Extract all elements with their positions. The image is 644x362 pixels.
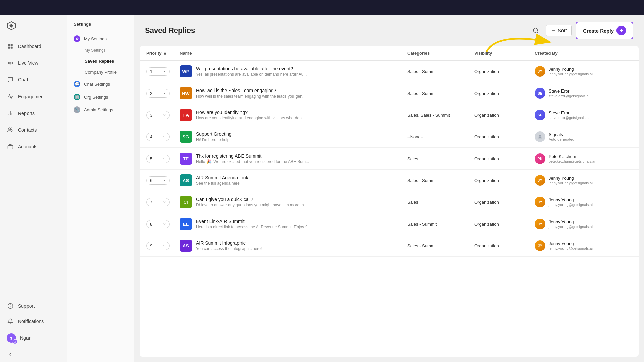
reply-icon: WP xyxy=(180,65,192,77)
priority-selector-7[interactable]: 7 xyxy=(146,198,170,206)
created-by-cell: JY Jenny Young jenny.young@getsignals.ai xyxy=(535,66,619,77)
more-options-button[interactable] xyxy=(619,240,629,251)
chat-icon xyxy=(7,76,14,83)
accounts-icon xyxy=(7,143,14,150)
priority-cell: 5 xyxy=(146,155,180,163)
category-cell: Sales xyxy=(407,200,474,205)
created-by-cell: PK Pete Ketchum pete.ketchum@getsignals.… xyxy=(535,153,619,164)
create-reply-button[interactable]: Create Reply + xyxy=(576,22,633,39)
sidebar-bottom: Support Notifications g. 3 Ngan xyxy=(0,298,67,362)
creator-avatar: JY xyxy=(535,219,545,229)
name-cell: HA How are you Identifying? How are you … xyxy=(180,109,407,121)
reply-text: How are you Identifying? How are you ide… xyxy=(196,110,307,120)
sidebar-item-reports[interactable]: Reports xyxy=(0,105,67,122)
visibility-cell: Organization xyxy=(474,134,535,139)
category-cell: Sales - Summit xyxy=(407,222,474,227)
sidebar-item-contacts[interactable]: Contacts xyxy=(0,122,67,138)
secondary-sidebar-item-my-settings[interactable]: My Settings xyxy=(67,45,134,56)
secondary-sidebar-item-saved-replies[interactable]: Saved Replies xyxy=(67,56,134,67)
svg-point-42 xyxy=(624,224,624,224)
more-options-button[interactable] xyxy=(619,175,629,186)
reply-preview: How are you identifying and engaging wit… xyxy=(196,116,307,120)
more-options-button[interactable] xyxy=(619,110,629,120)
priority-cell: 1 xyxy=(146,67,180,76)
creator-avatar: SE xyxy=(535,88,545,99)
reply-preview: I'd love to answer any questions you mig… xyxy=(196,203,307,207)
reply-text: Will presentations be available after th… xyxy=(196,66,307,77)
creator-name: Steve Eror xyxy=(549,110,589,115)
more-options-button[interactable] xyxy=(619,131,629,142)
reply-icon: EL xyxy=(180,218,192,230)
priority-cell: 8 xyxy=(146,220,180,228)
priority-selector-1[interactable]: 1 xyxy=(146,67,170,76)
creator-email: jenny.young@getsignals.ai xyxy=(549,181,593,185)
search-button[interactable] xyxy=(530,24,542,37)
priority-selector-2[interactable]: 2 xyxy=(146,89,170,98)
reply-preview: Hi! I'm here to help. xyxy=(196,137,232,142)
priority-value: 4 xyxy=(150,134,152,139)
priority-selector-3[interactable]: 3 xyxy=(146,111,170,119)
more-options-button[interactable] xyxy=(619,66,629,77)
sidebar-item-user[interactable]: g. 3 Ngan xyxy=(0,329,67,347)
secondary-sidebar-item-label: Org Settings xyxy=(84,95,108,100)
top-bar xyxy=(0,0,644,15)
reply-name: Will presentations be available after th… xyxy=(196,66,307,71)
sidebar-item-support[interactable]: Support xyxy=(0,298,67,314)
creator-info: Jenny Young jenny.young@getsignals.ai xyxy=(549,241,593,250)
reply-icon: SG xyxy=(180,131,192,143)
header-actions: Sort Create Reply + xyxy=(530,22,633,39)
my-settings-icon: ⚙ xyxy=(74,35,80,42)
svg-point-40 xyxy=(624,203,624,204)
secondary-sidebar-item-label: Company Profile xyxy=(85,70,117,75)
sidebar-item-accounts[interactable]: Accounts xyxy=(0,138,67,155)
priority-value: 3 xyxy=(150,113,152,118)
more-options-button[interactable] xyxy=(619,88,629,99)
svg-point-44 xyxy=(624,244,624,244)
reply-name: How are you Identifying? xyxy=(196,110,307,115)
sidebar-item-notifications[interactable]: Notifications xyxy=(0,314,67,329)
secondary-sidebar: Settings ⚙ My Settings My Settings Saved… xyxy=(67,15,134,362)
sidebar-item-live-view[interactable]: Live View xyxy=(0,55,67,71)
creator-email: steve.eror@getsignals.ai xyxy=(549,94,589,98)
more-options-button[interactable] xyxy=(619,219,629,229)
name-cell: EL Event Link-AIR Summit Here is a direc… xyxy=(180,218,407,230)
reply-preview: How well is the sales team engaging with… xyxy=(196,94,306,99)
priority-selector-6[interactable]: 6 xyxy=(146,176,170,185)
secondary-sidebar-item-chat-settings[interactable]: 💬 Chat Settings xyxy=(67,78,134,90)
main-content: Saved Replies xyxy=(134,15,644,362)
sidebar-item-label: Contacts xyxy=(18,127,37,133)
secondary-sidebar-item-my-settings-parent[interactable]: ⚙ My Settings xyxy=(67,32,134,45)
logo[interactable] xyxy=(0,15,67,38)
creator-name: Jenny Young xyxy=(549,176,593,181)
priority-selector-8[interactable]: 8 xyxy=(146,220,170,228)
creator-info: Jenny Young jenny.young@getsignals.ai xyxy=(549,67,593,76)
secondary-sidebar-item-company-profile[interactable]: Company Profile xyxy=(67,67,134,78)
svg-point-23 xyxy=(624,93,624,94)
svg-point-20 xyxy=(624,71,624,72)
more-options-button[interactable] xyxy=(619,197,629,207)
sidebar-item-label: Ngan xyxy=(20,335,31,341)
sidebar-item-chat[interactable]: Chat xyxy=(0,71,67,88)
priority-selector-4[interactable]: 4 xyxy=(146,133,170,141)
sidebar-item-dashboard[interactable]: Dashboard xyxy=(0,38,67,55)
name-cell: SG Support Greeting Hi! I'm here to help… xyxy=(180,131,407,143)
creator-email: jenny.young@getsignals.ai xyxy=(549,225,593,229)
reply-preview: See the full agenda here! xyxy=(196,181,248,186)
secondary-sidebar-item-admin-settings[interactable]: 🔧 Admin Settings xyxy=(67,103,134,116)
reply-name: Can I give you a quick call? xyxy=(196,197,307,202)
reply-name: AIR Summit Agenda Link xyxy=(196,175,248,180)
priority-selector-9[interactable]: 9 xyxy=(146,242,170,250)
svg-point-33 xyxy=(624,158,624,159)
sort-label: Sort xyxy=(558,28,567,33)
visibility-cell: Organization xyxy=(474,222,535,227)
secondary-sidebar-item-org-settings[interactable]: 🏢 Org Settings xyxy=(67,90,134,103)
more-options-button[interactable] xyxy=(619,153,629,164)
engagement-icon xyxy=(7,93,14,100)
priority-cell: 3 xyxy=(146,111,180,119)
sort-button[interactable]: Sort xyxy=(546,25,572,36)
sidebar-item-engagement[interactable]: Engagement xyxy=(0,88,67,105)
priority-selector-5[interactable]: 5 xyxy=(146,155,170,163)
creator-name: Pete Ketchum xyxy=(549,154,595,159)
sidebar-collapse-btn[interactable] xyxy=(0,347,67,362)
svg-rect-0 xyxy=(8,44,10,46)
